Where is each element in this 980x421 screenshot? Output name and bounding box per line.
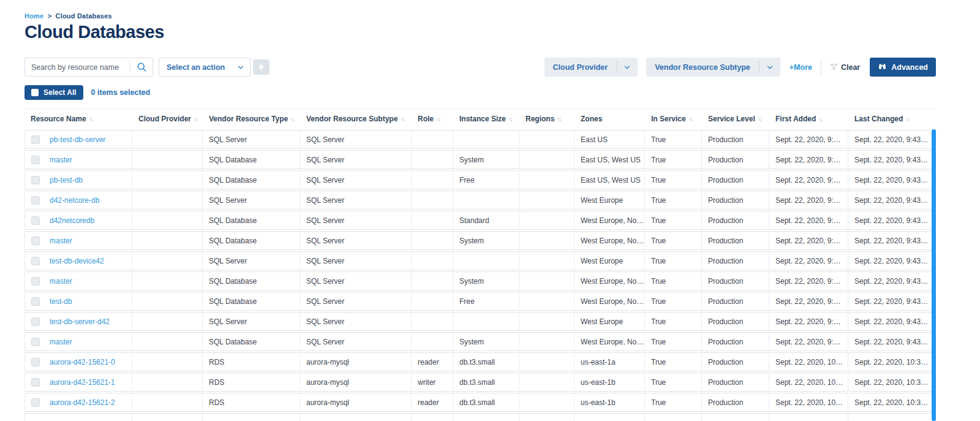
page-title: Cloud Databases <box>24 21 936 42</box>
cell-size <box>453 130 519 149</box>
cell-first_added: Sept. 22, 2020, 9:… <box>769 191 848 210</box>
cell-first_added: Sept. 22, 2020, 9:… <box>769 211 848 230</box>
sort-icon[interactable]: ↑↓ <box>436 116 440 123</box>
resource-name-link[interactable]: pb-test-db <box>50 176 83 184</box>
cell-provider <box>132 352 203 371</box>
row-checkbox[interactable] <box>31 257 40 265</box>
cell-level: Production <box>702 352 769 371</box>
column-header-role[interactable]: Role↑↓ <box>412 108 453 129</box>
cell-role <box>412 191 453 210</box>
row-checkbox[interactable] <box>31 277 40 286</box>
cell-zones: us-east-1a <box>575 352 645 371</box>
select-all-button[interactable]: Select All <box>24 85 83 100</box>
cell-role <box>412 271 453 290</box>
cell-in_service: True <box>645 150 702 169</box>
clear-filters-button[interactable]: Clear <box>830 63 860 72</box>
sort-icon[interactable]: ↑↓ <box>89 116 92 123</box>
sort-icon[interactable]: ↑↓ <box>818 116 822 123</box>
column-header-name[interactable]: Resource Name↑↓ <box>24 108 132 129</box>
column-header-level[interactable]: Service Level↑↓ <box>702 108 769 129</box>
cell-regions <box>519 373 575 392</box>
column-header-last_changed[interactable]: Last Changed↑↓ <box>848 108 936 129</box>
lightning-icon <box>258 63 265 72</box>
breadcrumb-home-link[interactable]: Home <box>24 12 43 20</box>
column-header-regions[interactable]: Regions↑↓ <box>519 108 575 129</box>
row-checkbox[interactable] <box>31 176 40 184</box>
row-checkbox[interactable] <box>31 338 40 346</box>
cell-regions <box>519 352 575 371</box>
column-header-first_added[interactable]: First Added↑↓ <box>769 108 848 129</box>
cell-provider <box>132 271 203 290</box>
advanced-search-button[interactable]: Advanced <box>870 58 936 77</box>
resource-name-link[interactable]: d42-netcore-db <box>50 196 99 205</box>
column-header-subtype[interactable]: Vendor Resource Subtype↑↓ <box>300 108 412 129</box>
resource-name-link[interactable]: aurora-d42-15621-1 <box>50 378 115 387</box>
cell-size: db.t3.small <box>453 393 519 412</box>
row-checkbox[interactable] <box>31 398 40 407</box>
column-header-size[interactable]: Instance Size↑↓ <box>453 108 519 129</box>
row-checkbox[interactable] <box>31 156 40 164</box>
table-row: aurora-d42-15621-2RDSaurora-mysqlreaderd… <box>24 393 936 412</box>
row-checkbox[interactable] <box>31 216 40 225</box>
cell-subtype: aurora-mysql <box>300 393 412 412</box>
cell-first_added: Sept. 22, 2020, 9:… <box>769 150 848 169</box>
resource-name-link[interactable]: master <box>50 237 72 245</box>
search-input[interactable] <box>25 63 130 72</box>
table-row: masterSQL DatabaseSQL ServerSystemWest E… <box>24 231 936 250</box>
row-checkbox[interactable] <box>31 196 40 205</box>
sort-icon[interactable]: ↑↓ <box>557 116 560 123</box>
cell-subtype: SQL Server <box>300 332 412 351</box>
cell-type: SQL Database <box>203 292 300 311</box>
column-header-in_service[interactable]: In Service↑↓ <box>645 108 702 129</box>
resource-name-link[interactable]: pb-test-db-server <box>50 135 105 144</box>
cell-name: pb-test-db-server <box>24 130 132 149</box>
resource-name-link[interactable]: master <box>50 338 72 346</box>
column-header-provider[interactable]: Cloud Provider↑↓ <box>132 108 203 129</box>
resource-name-link[interactable]: test-db <box>50 297 72 306</box>
resource-name-link[interactable]: master <box>50 277 72 286</box>
sort-icon[interactable]: ↑↓ <box>194 116 197 123</box>
chevron-down-icon <box>766 63 774 72</box>
row-checkbox[interactable] <box>31 358 40 366</box>
resource-name-link[interactable]: aurora-d42-15621-2 <box>50 398 115 407</box>
resource-name-link[interactable]: test-db-server-d42 <box>50 317 110 326</box>
select-all-checkbox[interactable] <box>31 89 39 96</box>
more-filters-link[interactable]: +More <box>790 63 812 72</box>
run-action-button[interactable] <box>253 59 270 75</box>
filter-vendor-resource-subtype[interactable]: Vendor Resource Subtype <box>646 58 780 77</box>
sort-icon[interactable]: ↑↓ <box>508 116 512 123</box>
row-checkbox[interactable] <box>31 297 40 306</box>
cell-level: Production <box>702 150 769 169</box>
resource-name-link[interactable]: master <box>50 156 72 164</box>
sort-icon[interactable]: ↑↓ <box>290 116 294 123</box>
cell-provider <box>132 150 203 169</box>
column-header-type[interactable]: Vendor Resource Type↑↓ <box>203 108 300 129</box>
row-checkbox[interactable] <box>31 237 40 245</box>
cell-last_changed: Sept. 22, 2020, 9:43… <box>848 211 936 230</box>
row-checkbox[interactable] <box>31 378 40 387</box>
sort-icon[interactable]: ↑↓ <box>905 116 909 123</box>
cell-size: System <box>453 332 519 351</box>
column-header-zones: Zones <box>575 108 645 129</box>
cell-level: Production <box>702 332 769 351</box>
resource-name-link[interactable]: d42netcoredb <box>50 216 94 225</box>
cell-empty <box>769 413 848 421</box>
row-checkbox[interactable] <box>31 135 40 144</box>
table-scrollbar[interactable] <box>932 129 936 421</box>
sort-icon[interactable]: ↑↓ <box>400 116 404 123</box>
row-checkbox[interactable] <box>31 317 40 326</box>
search-button[interactable] <box>130 58 153 76</box>
resource-name-link[interactable]: test-db-device42 <box>50 257 104 265</box>
cell-empty <box>575 413 645 421</box>
sort-icon[interactable]: ↑↓ <box>758 116 761 123</box>
cell-last_changed: Sept. 22, 2020, 9:43… <box>848 170 936 189</box>
filter-cloud-provider[interactable]: Cloud Provider <box>545 58 638 77</box>
cell-first_added: Sept. 22, 2020, 9:… <box>769 231 848 250</box>
cell-last_changed: Sept. 22, 2020, 9:43… <box>848 312 936 331</box>
action-select[interactable]: Select an action <box>159 58 251 77</box>
cell-provider <box>132 393 203 412</box>
column-label: Last Changed <box>854 115 903 123</box>
sort-icon[interactable]: ↑↓ <box>688 116 692 123</box>
cell-in_service: True <box>645 211 702 230</box>
resource-name-link[interactable]: aurora-d42-15621-0 <box>50 358 115 366</box>
